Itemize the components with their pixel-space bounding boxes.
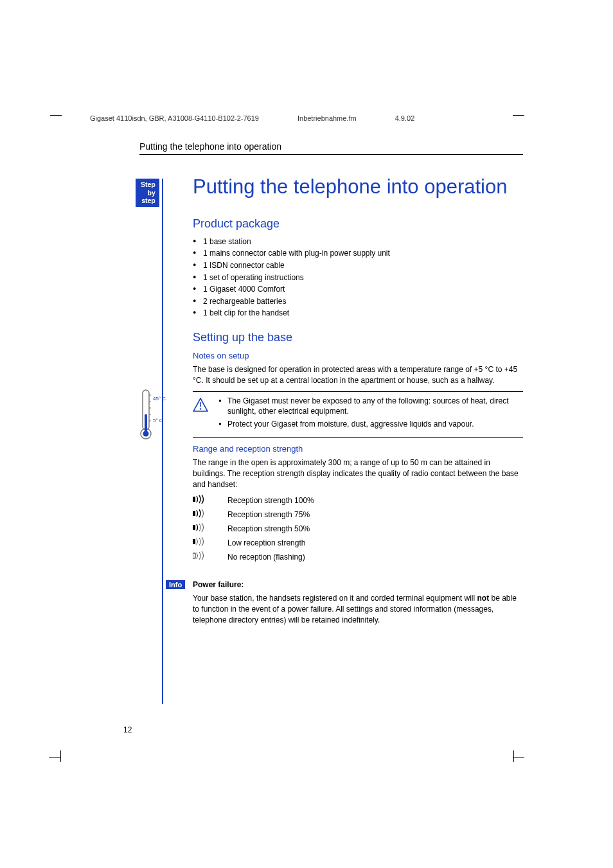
list-item: 1 base station [193, 236, 523, 248]
svg-rect-14 [193, 525, 195, 530]
svg-rect-12 [193, 497, 195, 502]
signal-label: Low reception strength [227, 538, 305, 547]
svg-rect-3 [145, 414, 147, 432]
thermometer-icon: 45° C 5° C [139, 389, 172, 441]
caution-item: The Gigaset must never be exposed to any… [218, 396, 523, 418]
signal-label: Reception strength 100% [227, 496, 314, 505]
step-by-step-tag: Step by step [136, 179, 159, 207]
range-heading: Range and reception strength [193, 444, 523, 454]
doc-date: 4.9.02 [395, 114, 415, 122]
page-number: 12 [123, 725, 132, 734]
svg-rect-15 [193, 539, 195, 544]
doc-id: Gigaset 4110isdn, GBR, A31008-G4110-B102… [90, 114, 259, 122]
info-tag: Info [166, 580, 185, 589]
caution-box: The Gigaset must never be exposed to any… [193, 391, 523, 438]
signal-50-icon [193, 523, 227, 534]
list-item: 1 mains connector cable with plug-in pow… [193, 247, 523, 260]
signal-low-icon [193, 537, 227, 548]
thermo-low-label: 5° C [153, 418, 163, 423]
signal-row: No reception (flashing) [193, 551, 523, 562]
signal-label: No reception (flashing) [227, 553, 305, 562]
range-body: The range in the open is approximately 3… [193, 457, 523, 490]
signal-label: Reception strength 75% [227, 510, 310, 519]
tag-line: by [141, 189, 155, 197]
list-item: 1 ISDN connector cable [193, 260, 523, 272]
info-body: Your base station, the handsets register… [193, 593, 523, 625]
signal-row: Reception strength 100% [193, 495, 523, 506]
list-item: 1 Gigaset 4000 Comfort [193, 283, 523, 296]
list-item: 1 set of operating instructions [193, 272, 523, 284]
signal-row: Reception strength 75% [193, 509, 523, 520]
svg-rect-13 [193, 511, 195, 516]
doc-header: Gigaset 4110isdn, GBR, A31008-G4110-B102… [90, 114, 523, 122]
product-package-heading: Product package [193, 217, 523, 231]
svg-rect-16 [193, 553, 195, 558]
warning-icon [193, 396, 209, 432]
info-block: Power failure: Your base station, the ha… [193, 580, 523, 625]
signal-list: Reception strength 100% Reception streng… [193, 495, 523, 562]
doc-file: Inbetriebnahme.fm [298, 114, 357, 122]
signal-row: Low reception strength [193, 537, 523, 548]
list-item: 2 rechargeable batteries [193, 296, 523, 308]
list-item: 1 belt clip for the handset [193, 307, 523, 319]
svg-point-11 [200, 408, 201, 409]
product-package-list: 1 base station 1 mains connector cable w… [193, 236, 523, 319]
notes-body: The base is designed for operation in pr… [193, 364, 523, 386]
signal-row: Reception strength 50% [193, 523, 523, 534]
tag-line: Step [141, 181, 155, 189]
info-title: Power failure: [193, 580, 523, 589]
signal-none-icon [193, 551, 227, 562]
tag-line: step [141, 197, 155, 205]
running-head: Putting the telephone into operation [139, 141, 523, 155]
page-title: Putting the telephone into operation [193, 173, 523, 200]
caution-item: Protect your Gigaset from moisture, dust… [218, 419, 523, 430]
signal-75-icon [193, 509, 227, 520]
notes-heading: Notes on setup [193, 351, 523, 360]
signal-label: Reception strength 50% [227, 524, 310, 533]
signal-100-icon [193, 495, 227, 506]
thermo-high-label: 45° C [153, 396, 166, 402]
setup-heading: Setting up the base [193, 331, 523, 344]
